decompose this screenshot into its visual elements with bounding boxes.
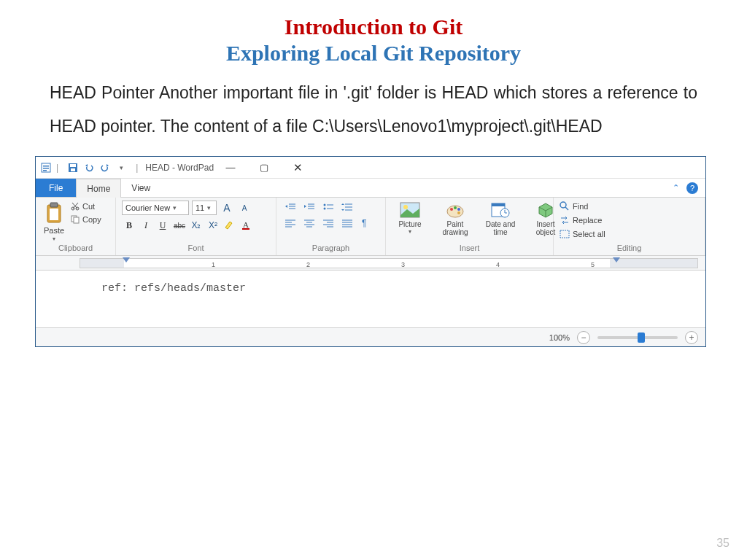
ruler[interactable]: 1 2 3 4 5 [36, 256, 705, 271]
svg-rect-62 [560, 230, 569, 238]
grow-font-button[interactable]: A [220, 201, 234, 215]
svg-point-54 [457, 211, 460, 214]
bullet-list-button[interactable] [320, 201, 336, 214]
zoom-in-button[interactable]: + [685, 331, 698, 344]
status-bar: 100% − + [36, 327, 705, 346]
insert-paint-button[interactable]: Paint drawing [437, 201, 473, 236]
view-tab[interactable]: View [121, 179, 160, 197]
svg-point-25 [324, 208, 326, 210]
cut-label: Cut [82, 202, 95, 211]
align-justify-button[interactable] [339, 217, 355, 230]
title-bar[interactable]: | ▾ | HEAD - WordPad — ▢ ✕ [36, 157, 705, 179]
font-family-combo[interactable]: Courier New▾ [122, 201, 189, 215]
underline-button[interactable]: U [155, 218, 170, 233]
chevron-down-icon: ▾ [173, 204, 177, 211]
insert-picture-button[interactable]: Picture ▾ [392, 201, 428, 236]
zoom-out-button[interactable]: − [577, 331, 590, 344]
increase-indent-button[interactable] [301, 201, 317, 214]
quick-access-toolbar: ▾ [66, 160, 128, 175]
select-all-label: Select all [573, 230, 605, 238]
picture-icon [399, 201, 421, 219]
page-number: 35 [716, 537, 729, 550]
find-button[interactable]: Find [560, 201, 605, 212]
paragraph-dialog-button[interactable]: ¶ [358, 217, 374, 230]
italic-button[interactable]: I [139, 218, 153, 233]
close-button[interactable]: ✕ [281, 157, 314, 178]
svg-rect-8 [50, 203, 58, 207]
home-tab[interactable]: Home [76, 179, 121, 198]
decrease-indent-button[interactable] [282, 201, 298, 214]
svg-line-13 [72, 203, 77, 209]
paragraph-group-label: Paragraph [282, 242, 379, 254]
zoom-level: 100% [549, 333, 570, 342]
insert-datetime-button[interactable]: Date and time [482, 201, 519, 236]
font-size-combo[interactable]: 11▾ [192, 201, 217, 215]
zoom-thumb[interactable] [638, 332, 645, 343]
slide-title-2: Exploring Local Git Repository [0, 41, 747, 66]
chevron-down-icon: ▾ [207, 204, 211, 211]
paste-label: Paste [44, 226, 64, 235]
chevron-down-icon: ▾ [53, 236, 55, 242]
line-spacing-button[interactable] [339, 201, 355, 214]
qat-dropdown-icon[interactable]: ▾ [114, 160, 128, 175]
align-center-button[interactable] [301, 217, 317, 230]
find-label: Find [573, 202, 588, 211]
replace-button[interactable]: Replace [560, 214, 605, 226]
minimize-button[interactable]: — [214, 157, 247, 178]
cut-icon [71, 202, 80, 211]
collapse-ribbon-icon[interactable]: ⌃ [673, 183, 679, 192]
datetime-label: Date and time [482, 220, 519, 236]
paragraph-group: ¶ Paragraph [276, 198, 386, 255]
svg-rect-56 [492, 203, 505, 206]
slide-paragraph: HEAD Pointer Another important file in '… [50, 76, 697, 143]
paste-button[interactable]: Paste ▾ [42, 201, 66, 242]
insert-group-label: Insert [392, 242, 547, 254]
align-right-button[interactable] [320, 217, 336, 230]
redo-icon[interactable] [98, 160, 112, 175]
copy-label: Copy [82, 215, 101, 224]
file-tab[interactable]: File [36, 179, 76, 197]
copy-icon [71, 215, 80, 224]
find-icon [560, 201, 570, 211]
ruler-tick-4: 4 [496, 261, 500, 268]
slide-title-1: Introduction to Git [0, 15, 747, 39]
copy-button[interactable]: Copy [71, 214, 101, 225]
ruler-tick-5: 5 [591, 261, 595, 268]
insert-group: Picture ▾ Paint drawing Date and time In… [386, 198, 554, 255]
save-icon[interactable] [66, 160, 80, 175]
cut-button[interactable]: Cut [71, 201, 101, 212]
ruler-tick-3: 3 [401, 261, 405, 268]
clipboard-group-label: Clipboard [42, 242, 109, 254]
svg-rect-6 [71, 168, 75, 171]
zoom-slider[interactable] [597, 336, 678, 339]
help-icon[interactable]: ? [686, 182, 698, 194]
paint-icon [444, 201, 466, 219]
svg-line-12 [73, 203, 78, 209]
svg-point-53 [457, 208, 460, 211]
strikethrough-button[interactable]: abc [172, 218, 187, 233]
highlight-button[interactable] [222, 218, 237, 233]
document-area[interactable]: ref: refs/heads/master [36, 271, 705, 327]
align-left-button[interactable] [282, 217, 298, 230]
font-group: Courier New▾ 11▾ A A B I U abc X₂ X² A [116, 198, 276, 255]
superscript-button[interactable]: X² [206, 218, 220, 233]
undo-icon[interactable] [82, 160, 96, 175]
bold-button[interactable]: B [122, 218, 136, 233]
svg-rect-15 [74, 217, 79, 223]
maximize-button[interactable]: ▢ [247, 157, 281, 178]
calendar-icon [489, 201, 511, 219]
editing-group-label: Editing [560, 242, 699, 254]
shrink-font-button[interactable]: A [237, 201, 252, 215]
select-all-button[interactable]: Select all [560, 228, 605, 240]
svg-text:¶: ¶ [362, 219, 366, 228]
chevron-down-icon: ▾ [409, 229, 411, 236]
wordpad-window: | ▾ | HEAD - WordPad — ▢ ✕ File [35, 156, 706, 347]
svg-line-61 [565, 207, 568, 210]
font-color-button[interactable]: A [239, 218, 254, 233]
picture-label: Picture [398, 220, 421, 228]
ruler-indent-marker-left[interactable] [123, 257, 130, 262]
ruler-indent-marker-right[interactable] [613, 257, 620, 262]
document-content: ref: refs/heads/master [101, 282, 246, 295]
subscript-button[interactable]: X₂ [189, 218, 204, 233]
ribbon-tabs: File Home View ⌃ ? [36, 179, 705, 198]
